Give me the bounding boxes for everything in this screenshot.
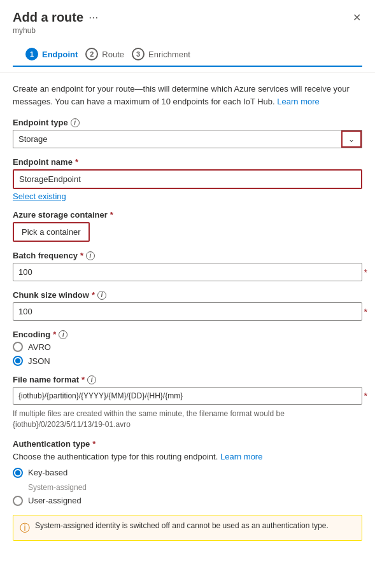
more-options-icon[interactable]: ···: [88, 11, 98, 24]
auth-type-group: Authentication type * Choose the authent…: [13, 439, 362, 506]
endpoint-name-input-wrapper: [13, 169, 362, 189]
chunk-size-info-icon[interactable]: i: [97, 291, 106, 300]
warning-box: ⓘ System-assigned identity is switched o…: [13, 515, 362, 541]
encoding-group: Encoding * i AVRO JSON: [13, 330, 362, 366]
warning-text: System-assigned identity is switched off…: [35, 521, 329, 531]
warning-icon: ⓘ: [20, 521, 30, 535]
json-radio-selected: [13, 356, 23, 366]
endpoint-type-dropdown-button[interactable]: ⌄: [341, 130, 362, 148]
step-circle-1: 1: [25, 48, 38, 60]
endpoint-name-label: Endpoint name *: [13, 157, 362, 167]
key-based-label: Key-based: [28, 468, 67, 477]
chevron-down-icon: ⌄: [348, 135, 355, 144]
panel-title: Add a route: [13, 10, 83, 25]
close-button[interactable]: ✕: [351, 10, 362, 25]
endpoint-type-group: Endpoint type i Storage ⌄: [13, 118, 362, 148]
auth-type-radio-group: Key-based System-assigned User-assigned: [13, 468, 362, 506]
select-existing-link[interactable]: Select existing: [13, 192, 66, 201]
batch-frequency-required-indicator: *: [364, 267, 367, 277]
panel-content: Create an endpoint for your route—this w…: [0, 73, 375, 551]
file-name-format-group: File name format * i * If multiple files…: [13, 375, 362, 430]
file-format-input-wrapper: *: [13, 387, 362, 405]
endpoint-name-group: Endpoint name * Select existing: [13, 157, 362, 201]
json-label: JSON: [28, 356, 50, 366]
user-assigned-radio-unselected: [13, 496, 23, 506]
file-format-hint: If multiple files are created within the…: [13, 409, 362, 430]
key-based-radio-selected: [13, 468, 23, 478]
step-route[interactable]: 2 Route: [85, 44, 132, 66]
encoding-option-avro[interactable]: AVRO: [13, 342, 362, 352]
file-format-info-icon[interactable]: i: [87, 375, 96, 384]
endpoint-type-label: Endpoint type i: [13, 118, 362, 127]
step-circle-3: 3: [132, 48, 145, 60]
endpoint-name-input[interactable]: [13, 169, 362, 189]
batch-frequency-group: Batch frequency * i *: [13, 251, 362, 281]
user-assigned-label: User-assigned: [28, 496, 81, 505]
step-label-endpoint: Endpoint: [42, 50, 78, 59]
step-enrichment[interactable]: 3 Enrichment: [132, 44, 198, 66]
avro-radio-unselected: [13, 342, 23, 352]
chunk-size-label: Chunk size window * i: [13, 290, 362, 300]
json-radio-inner: [15, 358, 20, 363]
endpoint-type-info-icon[interactable]: i: [71, 118, 80, 127]
auth-type-label: Authentication type *: [13, 439, 362, 449]
system-assigned-label: System-assigned: [28, 483, 362, 492]
steps-bar: 1 Endpoint 2 Route 3 Enrichment: [13, 38, 362, 67]
encoding-label: Encoding * i: [13, 330, 362, 339]
step-endpoint[interactable]: 1 Endpoint: [25, 44, 85, 67]
batch-frequency-input-wrapper: *: [13, 263, 362, 281]
step-label-route: Route: [102, 50, 124, 59]
storage-container-group: Azure storage container * Pick a contain…: [13, 210, 362, 242]
batch-frequency-input[interactable]: [13, 263, 362, 281]
auth-user-assigned-option[interactable]: User-assigned: [13, 496, 362, 506]
encoding-option-json[interactable]: JSON: [13, 356, 362, 366]
step-circle-2: 2: [85, 48, 98, 60]
batch-frequency-info-icon[interactable]: i: [86, 251, 95, 260]
encoding-info-icon[interactable]: i: [59, 330, 67, 339]
chunk-size-input[interactable]: [13, 302, 362, 321]
batch-frequency-label: Batch frequency * i: [13, 251, 362, 260]
chunk-size-input-wrapper: *: [13, 302, 362, 321]
step-label-enrichment: Enrichment: [148, 50, 190, 59]
file-name-format-label: File name format * i: [13, 375, 362, 384]
auth-key-based-option[interactable]: Key-based: [13, 468, 362, 478]
storage-container-label: Azure storage container *: [13, 210, 362, 220]
chunk-size-required-indicator: *: [364, 307, 367, 317]
learn-more-link-description[interactable]: Learn more: [277, 97, 319, 106]
endpoint-type-select-wrapper: Storage ⌄: [13, 130, 362, 148]
file-name-format-input[interactable]: [13, 387, 362, 405]
description-text: Create an endpoint for your route—this w…: [13, 83, 362, 108]
endpoint-type-value: Storage: [13, 130, 341, 148]
chunk-size-group: Chunk size window * i *: [13, 290, 362, 321]
key-based-radio-inner: [15, 470, 20, 475]
pick-container-button[interactable]: Pick a container: [13, 222, 90, 242]
avro-label: AVRO: [28, 342, 51, 352]
encoding-radio-group: AVRO JSON: [13, 342, 362, 366]
learn-more-link-auth[interactable]: Learn more: [220, 452, 262, 461]
file-format-required-indicator: *: [364, 391, 367, 401]
panel-subtitle: myhub: [13, 26, 362, 35]
add-route-panel: Add a route ··· myhub ✕ 1 Endpoint 2 Rou…: [0, 0, 375, 551]
panel-header: Add a route ··· myhub ✕ 1 Endpoint 2 Rou…: [0, 0, 375, 73]
auth-description: Choose the authentication type for this …: [13, 451, 362, 463]
